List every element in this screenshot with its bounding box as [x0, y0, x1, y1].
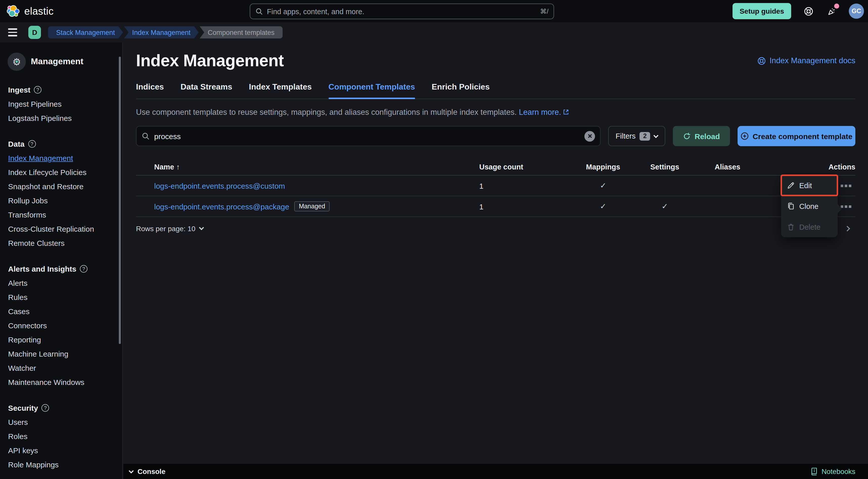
sidebar-item-cases[interactable]: Cases: [0, 304, 122, 318]
settings-check: ✓: [630, 202, 700, 211]
section-heading: Security: [8, 403, 38, 412]
table-header-row: Name↑ Usage count Mappings Settings Alia…: [136, 158, 855, 176]
rows-per-page-select[interactable]: Rows per page: 10: [136, 224, 203, 232]
row-actions-button[interactable]: [841, 205, 851, 208]
search-icon: [255, 8, 263, 15]
sidebar-item-role-mappings[interactable]: Role Mappings: [0, 457, 122, 471]
sidebar-section-data: Data? Index Management Index Lifecycle P…: [0, 137, 122, 250]
sidebar-item-index-management[interactable]: Index Management: [0, 151, 122, 165]
sidebar-item-rollup-jobs[interactable]: Rollup Jobs: [0, 193, 122, 207]
logo-text: elastic: [24, 5, 54, 17]
next-page-button[interactable]: [844, 226, 850, 231]
pencil-icon: [787, 182, 795, 189]
user-avatar[interactable]: GC: [849, 4, 864, 19]
clear-search-button[interactable]: [584, 131, 595, 141]
elastic-logo[interactable]: elastic: [0, 4, 54, 18]
sidebar-item-reporting[interactable]: Reporting: [0, 332, 122, 347]
plus-circle-icon: [740, 132, 748, 140]
sidebar-item-index-lifecycle-policies[interactable]: Index Lifecycle Policies: [0, 165, 122, 179]
sidebar-item-maintenance-windows[interactable]: Maintenance Windows: [0, 375, 122, 389]
reload-button[interactable]: Reload: [673, 126, 730, 146]
search-shortcut: ⌘/: [540, 8, 549, 15]
pagination-row: Rows per page: 10 1: [136, 224, 855, 233]
sidebar-item-api-keys[interactable]: API keys: [0, 443, 122, 457]
help-icon[interactable]: ?: [34, 86, 41, 93]
tab-bar: Indices Data Streams Index Templates Com…: [136, 83, 855, 99]
sidebar-item-connectors[interactable]: Connectors: [0, 318, 122, 332]
help-button[interactable]: [802, 5, 814, 17]
help-icon[interactable]: ?: [80, 265, 88, 272]
context-menu-edit[interactable]: Edit: [781, 175, 838, 196]
sidebar-title: Management: [31, 57, 84, 67]
index-management-docs-link[interactable]: Index Management docs: [757, 56, 856, 65]
sidebar-item-remote-clusters[interactable]: Remote Clusters: [0, 236, 122, 250]
sidebar-section-security: Security? Users Roles API keys Role Mapp…: [0, 400, 122, 471]
space-badge[interactable]: D: [28, 26, 41, 39]
top-header: elastic Find apps, content, and more. ⌘/…: [0, 0, 868, 22]
sidebar-scrollbar[interactable]: [119, 57, 121, 344]
search-icon: [142, 132, 150, 140]
notebooks-button[interactable]: Notebooks: [810, 467, 855, 475]
elastic-logo-icon: [7, 4, 20, 18]
console-toggle[interactable]: Console: [129, 467, 165, 475]
learn-more-link[interactable]: Learn more.: [519, 108, 561, 116]
template-name-link[interactable]: logs-endpoint.events.process@package: [154, 202, 289, 211]
table-row: logs-endpoint.events.process@package Man…: [136, 196, 855, 217]
row-actions-button[interactable]: [841, 184, 851, 187]
template-name-link[interactable]: logs-endpoint.events.process@custom: [154, 181, 285, 190]
column-header-aliases: Aliases: [700, 162, 755, 171]
menu-toggle-button[interactable]: [8, 29, 17, 36]
book-icon: [810, 467, 818, 475]
sidebar-item-ingest-pipelines[interactable]: Ingest Pipelines: [0, 97, 122, 111]
sidebar-item-logstash-pipelines[interactable]: Logstash Pipelines: [0, 111, 122, 125]
sidebar-item-rules[interactable]: Rules: [0, 290, 122, 304]
filters-button[interactable]: Filters 2: [608, 126, 665, 146]
page-description: Use component templates to reuse setting…: [136, 108, 855, 117]
component-template-search-input[interactable]: process: [136, 126, 600, 146]
sidebar-header: ⚙ Management: [0, 53, 122, 71]
copy-icon: [787, 202, 795, 210]
page-title: Index Management: [136, 51, 284, 70]
breadcrumb-stack-management[interactable]: Stack Management: [48, 26, 123, 38]
context-menu-clone[interactable]: Clone: [781, 196, 838, 216]
breadcrumb: Stack Management Index Management Compon…: [48, 26, 283, 38]
console-bar: Console Notebooks: [123, 464, 868, 479]
news-feed-button[interactable]: [826, 5, 838, 17]
table-row: logs-endpoint.events.process@custom 1 ✓: [136, 176, 855, 196]
component-templates-table: Name↑ Usage count Mappings Settings Alia…: [136, 158, 855, 233]
help-icon[interactable]: ?: [28, 140, 36, 147]
main-content: Index Management Index Management docs I…: [123, 42, 868, 464]
column-header-settings: Settings: [630, 162, 700, 171]
sidebar-item-snapshot-and-restore[interactable]: Snapshot and Restore: [0, 179, 122, 193]
breadcrumb-index-management[interactable]: Index Management: [124, 26, 199, 38]
trash-icon: [787, 223, 795, 231]
sidebar-item-roles[interactable]: Roles: [0, 429, 122, 443]
chevron-down-icon: [129, 468, 134, 473]
notification-dot: [834, 4, 839, 9]
sidebar-item-cross-cluster-replication[interactable]: Cross-Cluster Replication: [0, 221, 122, 236]
help-icon[interactable]: ?: [41, 404, 49, 412]
sidebar-item-alerts[interactable]: Alerts: [0, 276, 122, 290]
create-component-template-button[interactable]: Create component template: [738, 126, 855, 146]
sidebar-item-users[interactable]: Users: [0, 415, 122, 429]
managed-badge: Managed: [294, 201, 330, 211]
tab-index-templates[interactable]: Index Templates: [249, 83, 312, 99]
mappings-check: ✓: [576, 181, 630, 190]
tab-component-templates[interactable]: Component Templates: [328, 83, 415, 99]
filters-count-badge: 2: [640, 132, 650, 140]
setup-guides-button[interactable]: Setup guides: [733, 3, 791, 19]
global-search-input[interactable]: Find apps, content, and more. ⌘/: [250, 4, 554, 19]
sidebar-section-ingest: Ingest? Ingest Pipelines Logstash Pipeli…: [0, 83, 122, 125]
column-header-name[interactable]: Name↑: [154, 162, 180, 171]
sidebar-item-transforms[interactable]: Transforms: [0, 207, 122, 221]
sidebar-item-watcher[interactable]: Watcher: [0, 361, 122, 375]
tab-enrich-policies[interactable]: Enrich Policies: [432, 83, 490, 99]
tab-indices[interactable]: Indices: [136, 83, 164, 99]
tab-data-streams[interactable]: Data Streams: [181, 83, 232, 99]
external-link-icon: [563, 108, 569, 117]
column-header-actions: Actions: [755, 162, 855, 171]
context-menu-delete: Delete: [781, 216, 838, 237]
sidebar-item-machine-learning[interactable]: Machine Learning: [0, 347, 122, 361]
life-ring-icon: [804, 6, 813, 16]
column-header-usage-count[interactable]: Usage count: [479, 162, 576, 171]
